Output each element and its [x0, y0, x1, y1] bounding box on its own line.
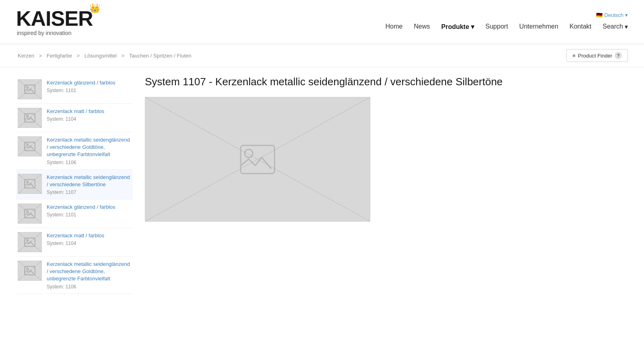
image-placeholder-icon [24, 142, 35, 151]
svg-rect-0 [25, 85, 35, 94]
list-item-system: System: 1101 [47, 212, 131, 218]
svg-point-7 [27, 181, 29, 183]
svg-point-13 [27, 268, 29, 270]
list-item-system: System: 1104 [47, 241, 131, 246]
image-placeholder-icon [24, 179, 35, 189]
breadcrumb-item-3[interactable]: Lösungsmittel [85, 53, 117, 59]
svg-rect-6 [25, 179, 35, 188]
breadcrumb: Kerzen > Fertigfarbe > Lösungsmittel > T… [16, 53, 193, 59]
list-item-title: Kerzenlack glänzend / farblos [47, 204, 131, 211]
product-image-placeholder-icon [237, 141, 278, 177]
top-right-area: 🇩🇪 Deutsch ▾ Home News Produkte ▾ Suppor… [386, 12, 628, 32]
list-item[interactable]: Kerzenlack matt / farblos System: 1104 [16, 228, 133, 257]
image-placeholder-icon [24, 266, 35, 276]
list-item-thumbnail [18, 204, 42, 224]
list-item-title: Kerzenlack glänzend / farblos [47, 79, 131, 86]
list-item-system: System: 1106 [47, 284, 131, 290]
svg-point-5 [27, 144, 29, 146]
image-placeholder-icon [24, 113, 35, 123]
svg-point-3 [27, 115, 29, 117]
list-item[interactable]: Kerzenlack matt / farblos System: 1104 [16, 104, 133, 132]
list-item[interactable]: Kerzenlack glänzend / farblos System: 11… [16, 200, 133, 228]
sidebar-list: Kerzenlack glänzend / farblos System: 11… [16, 75, 133, 294]
list-item[interactable]: Kerzenlack glänzend / farblos System: 11… [16, 75, 133, 104]
flag-icon: 🇩🇪 [596, 12, 603, 18]
list-item-info: Kerzenlack glänzend / farblos System: 11… [47, 79, 131, 93]
breadcrumb-sep-1: > [39, 53, 43, 59]
content-area: System 1107 - Kerzenlack metallic seiden… [141, 75, 628, 294]
breadcrumb-item-2[interactable]: Fertigfarbe [47, 53, 72, 59]
list-item-thumbnail [18, 136, 42, 156]
filter-icon: ≡ [572, 53, 576, 59]
nav-item-home[interactable]: Home [386, 21, 403, 32]
list-item-thumbnail [18, 232, 42, 252]
list-item-info: Kerzenlack metallic seidenglänzend / ver… [47, 174, 131, 195]
breadcrumb-sep-2: > [77, 53, 81, 59]
breadcrumb-bar: Kerzen > Fertigfarbe > Lösungsmittel > T… [0, 44, 644, 67]
search-label: Search [603, 23, 623, 30]
list-item-title: Kerzenlack metallic seidenglänzend / ver… [47, 136, 131, 158]
list-item-system: System: 1101 [47, 88, 131, 93]
main-layout: Kerzenlack glänzend / farblos System: 11… [0, 67, 644, 302]
svg-point-15 [245, 149, 253, 157]
product-image [145, 97, 370, 222]
list-item-system: System: 1106 [47, 160, 131, 165]
svg-rect-12 [25, 266, 35, 275]
svg-rect-14 [241, 145, 275, 173]
product-finder-help: ? [615, 52, 622, 59]
product-finder-button[interactable]: ≡ Product Finder ? [566, 49, 628, 62]
logo-tagline: inspired by innovation [17, 30, 71, 36]
svg-rect-10 [25, 238, 35, 246]
product-title: System 1107 - Kerzenlack metallic seiden… [145, 75, 624, 89]
nav-item-produkte[interactable]: Produkte ▾ [441, 21, 474, 32]
list-item-system: System: 1107 [47, 189, 131, 195]
list-item-info: Kerzenlack matt / farblos System: 1104 [47, 232, 131, 246]
nav-label-produkte: Produkte [441, 23, 469, 30]
main-nav: Home News Produkte ▾ Support Unternehmen… [386, 21, 628, 32]
logo[interactable]: KAISER 👑 [16, 8, 93, 29]
list-item[interactable]: Kerzenlack metallic seidenglänzend / ver… [16, 132, 133, 170]
list-item-title: Kerzenlack metallic seidenglänzend / ver… [47, 261, 131, 283]
image-placeholder-icon [24, 84, 35, 94]
list-item-thumbnail [18, 261, 42, 281]
list-item-title: Kerzenlack matt / farblos [47, 232, 131, 239]
list-item-info: Kerzenlack glänzend / farblos System: 11… [47, 204, 131, 218]
list-item-system: System: 1104 [47, 116, 131, 122]
site-header: KAISER 👑 inspired by innovation 🇩🇪 Deuts… [0, 0, 644, 44]
product-finder-label: Product Finder [578, 53, 612, 59]
breadcrumb-item-1[interactable]: Kerzen [18, 53, 34, 59]
list-item-info: Kerzenlack metallic seidenglänzend / ver… [47, 261, 131, 290]
svg-rect-4 [25, 142, 35, 151]
search-dropdown-icon: ▾ [625, 23, 628, 31]
svg-rect-8 [25, 209, 35, 218]
list-item-thumbnail [18, 79, 42, 99]
list-item-info: Kerzenlack metallic seidenglänzend / ver… [47, 136, 131, 165]
nav-item-news[interactable]: News [414, 21, 430, 32]
lang-label: Deutsch [604, 12, 623, 18]
lang-dropdown-icon: ▾ [625, 12, 628, 18]
list-item-title: Kerzenlack matt / farblos [47, 108, 131, 115]
language-selector[interactable]: 🇩🇪 Deutsch ▾ [596, 12, 628, 18]
list-item-info: Kerzenlack matt / farblos System: 1104 [47, 108, 131, 122]
nav-item-kontakt[interactable]: Kontakt [570, 21, 591, 32]
logo-text: KAISER [16, 7, 93, 30]
nav-item-search[interactable]: Search ▾ [603, 21, 628, 32]
list-item-thumbnail [18, 108, 42, 128]
produkte-dropdown-icon: ▾ [471, 23, 474, 30]
list-item-thumbnail [18, 174, 42, 194]
list-item[interactable]: Kerzenlack metallic seidenglänzend / ver… [16, 257, 133, 294]
list-item[interactable]: Kerzenlack metallic seidenglänzend / ver… [16, 170, 133, 200]
logo-area: KAISER 👑 inspired by innovation [16, 8, 93, 36]
breadcrumb-sep-3: > [122, 53, 126, 59]
svg-point-11 [27, 239, 29, 241]
nav-item-unternehmen[interactable]: Unternehmen [519, 21, 558, 32]
list-item-title: Kerzenlack metallic seidenglänzend / ver… [47, 174, 131, 188]
svg-point-1 [27, 86, 29, 88]
breadcrumb-item-4[interactable]: Tauchen / Spritzen / Fluten [129, 53, 192, 59]
svg-point-9 [27, 211, 29, 213]
crown-icon: 👑 [89, 4, 100, 13]
nav-item-support[interactable]: Support [485, 21, 508, 32]
svg-rect-2 [25, 114, 35, 122]
image-placeholder-icon [24, 237, 35, 247]
image-placeholder-icon [24, 209, 35, 218]
